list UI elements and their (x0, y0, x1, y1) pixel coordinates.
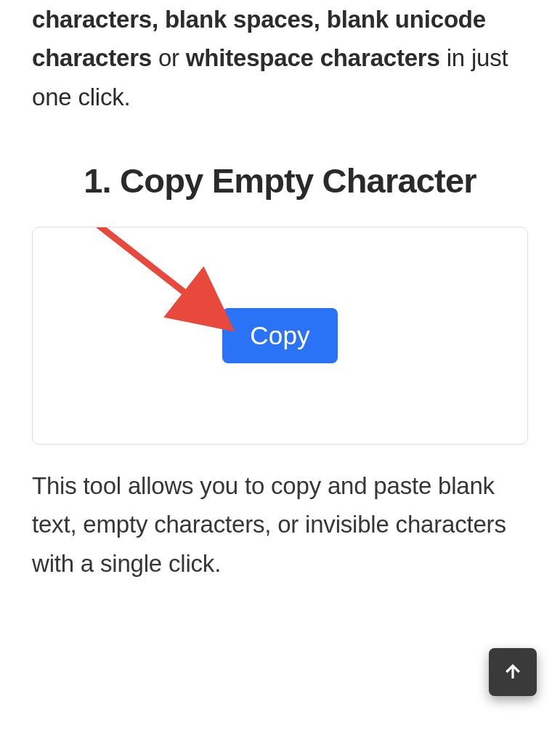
heading-number: 1. (84, 161, 111, 200)
section-heading: 1. Copy Empty Character (32, 160, 528, 201)
svg-line-0 (69, 227, 219, 320)
scroll-to-top-button[interactable] (489, 648, 537, 696)
arrow-up-icon (502, 661, 524, 683)
copy-button[interactable]: Copy (222, 308, 338, 363)
copy-box: Copy (32, 227, 528, 445)
intro-bold-2: whitespace characters (186, 44, 440, 71)
description-paragraph: This tool allows you to copy and paste b… (32, 466, 528, 583)
intro-or: or (152, 44, 186, 71)
intro-paragraph: characters, blank spaces, blank unicode … (32, 0, 528, 116)
heading-title: Copy Empty Character (120, 161, 476, 200)
